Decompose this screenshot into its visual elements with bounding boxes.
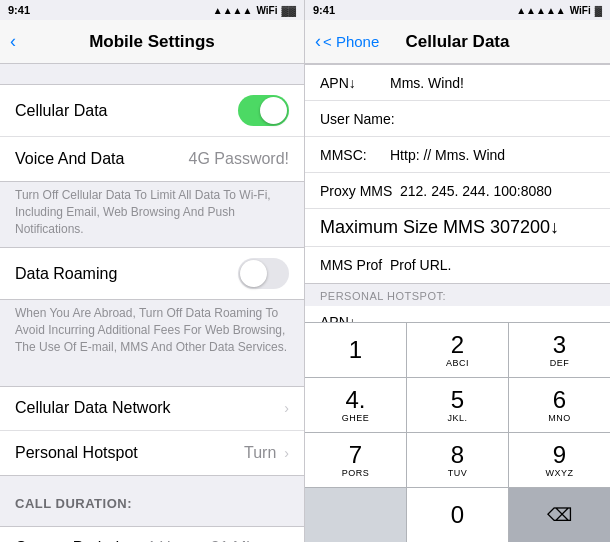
cellular-network-label: Cellular Data Network [15,399,171,417]
key-delete[interactable]: ⌫ [509,488,610,542]
voice-data-row[interactable]: Voice And Data 4G Password! [0,137,304,181]
key-9[interactable]: 9 Wxyz [509,433,610,487]
hotspot-section-header: PERSONAL HOTSPOT: [305,284,610,306]
left-time: 9:41 [8,4,30,16]
cellular-data-fields: APN↓ Mms. Wind! User Name: MMSC: Http: /… [305,64,610,284]
roaming-section: Data Roaming [0,247,304,300]
right-time: 9:41 [313,4,335,16]
max-size-value: Maximum Size MMS 307200↓ [320,217,595,238]
delete-icon: ⌫ [547,504,572,526]
right-wifi-icon: WiFi [570,5,591,16]
key-8[interactable]: 8 TUV [407,433,509,487]
mms-prof-value: Prof URL. [390,257,595,273]
voice-data-label: Voice And Data [15,150,124,168]
cellular-data-label: Cellular Data [15,102,107,120]
keypad-row-4: 0 ⌫ [305,487,610,542]
personal-hotspot-label: Personal Hotspot [15,444,138,462]
mms-prof-key: MMS Prof [320,257,390,273]
left-signal-icon: ▲▲▲▲ [213,5,253,16]
proxy-mms-row: Proxy MMS 212. 245. 244. 100:8080 [305,173,610,209]
proxy-key: Proxy MMS [320,183,400,199]
left-status-icons: ▲▲▲▲ WiFi ▓▓ [213,5,296,16]
voice-data-value: 4G Password! [189,150,289,168]
apn-value: Mms. Wind! [390,75,595,91]
cellular-network-chevron: › [284,400,289,416]
keypad-row-2: 4. Ghee 5 JKL. 6 MNO [305,377,610,432]
right-status-bar: 9:41 ▲▲▲▲▲ WiFi ▓ [305,0,610,20]
call-duration-header: CALL DURATION: [0,476,304,516]
key-7[interactable]: 7 PORS [305,433,407,487]
left-panel: 9:41 ▲▲▲▲ WiFi ▓▓ ‹ Mobile Settings Cell… [0,0,305,542]
apn-row: APN↓ Mms. Wind! [305,65,610,101]
right-status-icons: ▲▲▲▲▲ WiFi ▓ [516,5,602,16]
left-status-bar: 9:41 ▲▲▲▲ WiFi ▓▓ [0,0,304,20]
right-battery-icon: ▓ [595,5,602,16]
call-duration-section: Current Period 4 Hours, 31 Minutes Total… [0,526,304,542]
right-panel: 9:41 ▲▲▲▲▲ WiFi ▓ ‹ < Phone Cellular Dat… [305,0,610,542]
left-nav-bar: ‹ Mobile Settings [0,20,304,64]
current-period-row: Current Period 4 Hours, 31 Minutes [0,527,304,542]
keypad-row-1: 1 2 ABCi 3 DEF [305,322,610,377]
network-section: Cellular Data Network › Personal Hotspot… [0,386,304,476]
data-roaming-row[interactable]: Data Roaming [0,248,304,299]
data-roaming-label: Data Roaming [15,265,117,283]
mms-prof-row: MMS Prof Prof URL. [305,247,610,283]
right-nav-bar: ‹ < Phone Cellular Data [305,20,610,64]
personal-hotspot-row[interactable]: Personal Hotspot Turn › [0,431,304,475]
key-3[interactable]: 3 DEF [509,323,610,377]
key-0[interactable]: 0 [407,488,509,542]
cellular-data-toggle[interactable] [238,95,289,126]
cellular-data-section: Cellular Data Voice And Data 4G Password… [0,84,304,182]
right-back-button[interactable]: ‹ < Phone [315,31,379,52]
right-nav-title: Cellular Data [406,32,510,52]
left-nav-title: Mobile Settings [89,32,215,52]
proxy-value: 212. 245. 244. 100:8080 [400,183,595,199]
key-1[interactable]: 1 [305,323,407,377]
cellular-data-note: Turn Off Cellular Data To Limit All Data… [0,182,304,247]
cellular-network-row[interactable]: Cellular Data Network › [0,387,304,431]
username-key: User Name: [320,111,395,127]
apn-key: APN↓ [320,75,390,91]
numeric-keypad: 1 2 ABCi 3 DEF 4. Ghee 5 JKL. 6 [305,322,610,542]
data-roaming-toggle[interactable] [238,258,289,289]
mmsc-value: Http: // Mms. Wind [390,147,595,163]
mmsc-key: MMSC: [320,147,390,163]
left-back-button[interactable]: ‹ [10,31,16,52]
key-6[interactable]: 6 MNO [509,378,610,432]
key-4[interactable]: 4. Ghee [305,378,407,432]
left-wifi-icon: WiFi [256,5,277,16]
personal-hotspot-chevron: › [284,445,289,461]
max-size-row: Maximum Size MMS 307200↓ [305,209,610,247]
personal-hotspot-value: Turn [244,444,276,462]
data-roaming-note: When You Are Abroad, Turn Off Data Roami… [0,300,304,365]
cellular-data-row[interactable]: Cellular Data [0,85,304,137]
keypad-row-3: 7 PORS 8 TUV 9 Wxyz [305,432,610,487]
key-2[interactable]: 2 ABCi [407,323,509,377]
mmsc-row: MMSC: Http: // Mms. Wind [305,137,610,173]
key-5[interactable]: 5 JKL. [407,378,509,432]
username-row: User Name: [305,101,610,137]
left-battery-icon: ▓▓ [281,5,296,16]
key-empty [305,488,407,542]
right-signal-icon: ▲▲▲▲▲ [516,5,566,16]
